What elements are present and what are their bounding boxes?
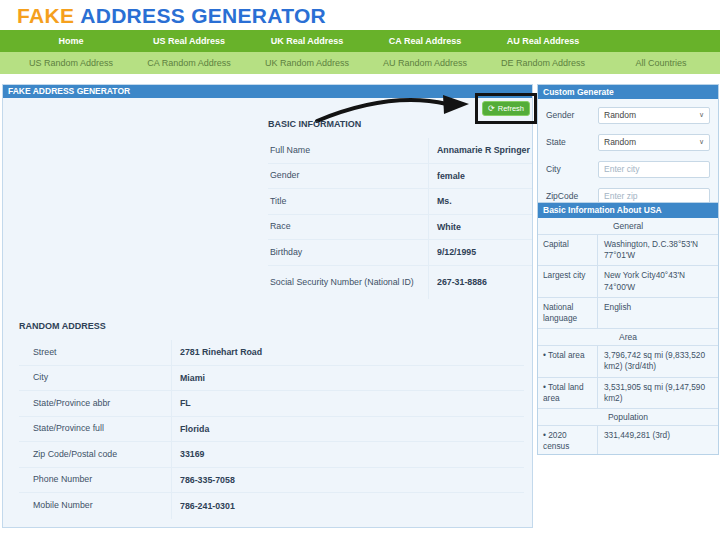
usa-label: Largest city [538,266,598,296]
refresh-icon: ⟳ [488,105,495,113]
nav-us-random-address[interactable]: US Random Address [12,52,130,74]
table-row: • Total area 3,796,742 sq mi (9,833,520 … [538,346,718,377]
gender-select-value: Random [604,110,636,120]
field-label: Zip Code/Postal code [19,449,171,460]
basic-information-heading: BASIC INFORMATION [268,119,532,129]
field-label: Full Name [268,145,428,156]
generator-panel: FAKE ADDRESS GENERATOR ⟳ Refresh BASIC I… [2,84,533,528]
usa-label: • Total land area [538,378,598,408]
nav-home[interactable]: Home [12,30,130,52]
primary-nav: Home US Real Address UK Real Address CA … [0,30,720,52]
nav-ca-random-address[interactable]: CA Random Address [130,52,248,74]
usa-label: • 2020 census [538,426,598,455]
field-value: FL [171,391,524,416]
gender-field-row: Gender Random ∨ [546,106,710,124]
table-row: Gender female [268,164,532,190]
nav-all-countries[interactable]: All Countries [602,52,720,74]
table-row: State/Province full Florida [19,417,524,443]
zipcode-label: ZipCode [546,191,598,201]
table-row: Social Security Number (National ID) 267… [268,266,532,299]
nav-us-real-address[interactable]: US Real Address [130,30,248,52]
table-row: Street 2781 Rinehart Road [19,340,524,366]
usa-value: Washington, D.C.38°53'N 77°01'W [598,235,718,265]
usa-label: Capital [538,235,598,265]
field-label: Title [268,196,428,207]
section-title: Area [619,332,637,342]
field-value: female [428,164,532,189]
field-label: Street [19,347,171,358]
field-value: 786-335-7058 [171,468,524,493]
city-input[interactable] [598,161,710,178]
usa-value: 331,449,281 (3rd) [598,426,718,455]
usa-info-panel: Basic Information About USA General Capi… [537,202,719,455]
usa-section-population: Population [538,409,718,426]
nav-au-random-address[interactable]: AU Random Address [366,52,484,74]
field-label: Race [268,221,428,232]
refresh-button-label: Refresh [498,104,524,113]
random-address-heading: RANDOM ADDRESS [19,321,524,331]
field-label: Phone Number [19,474,171,485]
field-label: Gender [268,170,428,181]
table-row: • 2020 census 331,449,281 (3rd) [538,426,718,455]
usa-label: National language [538,298,598,328]
field-label: City [19,372,171,383]
nav-uk-random-address[interactable]: UK Random Address [248,52,366,74]
state-select-value: Random [604,137,636,147]
table-row: Phone Number 786-335-7058 [19,468,524,494]
table-row: • Total land area 3,531,905 sq mi (9,147… [538,378,718,409]
field-value: 2781 Rinehart Road [171,340,524,365]
usa-section-area: Area [538,329,718,346]
field-label: State/Province full [19,423,171,434]
gender-select[interactable]: Random ∨ [598,107,710,124]
table-row: Zip Code/Postal code 33169 [19,442,524,468]
state-field-row: State Random ∨ [546,133,710,151]
field-label: Mobile Number [19,500,171,511]
nav-ca-real-address[interactable]: CA Real Address [366,30,484,52]
table-row: Full Name Annamarie R Springer [268,138,532,164]
usa-label: • Total area [538,346,598,376]
custom-generate-header: Custom Generate [538,85,718,99]
field-value: Ms. [428,189,532,214]
nav-uk-real-address[interactable]: UK Real Address [248,30,366,52]
usa-value: English [598,298,718,328]
table-row: Largest city New York City40°43'N 74°00'… [538,266,718,297]
field-value: 9/12/1995 [428,240,532,265]
field-label: Birthday [268,247,428,258]
table-row: Capital Washington, D.C.38°53'N 77°01'W [538,235,718,266]
table-row: City Miami [19,366,524,392]
section-title: Population [608,412,648,422]
field-value: White [428,215,532,240]
field-label: State/Province abbr [19,398,171,409]
secondary-nav: US Random Address CA Random Address UK R… [0,52,720,74]
state-label: State [546,137,598,147]
state-select[interactable]: Random ∨ [598,134,710,151]
field-value: 786-241-0301 [171,493,524,519]
field-value: 33169 [171,442,524,467]
usa-value: 3,796,742 sq mi (9,833,520 km2) (3rd/4th… [598,346,718,376]
site-title: FAKEADDRESS GENERATOR [17,4,326,28]
table-row: Birthday 9/12/1995 [268,240,532,266]
nav-au-real-address[interactable]: AU Real Address [484,30,602,52]
city-field-row: City [546,160,710,178]
table-row: Race White [268,215,532,241]
gender-label: Gender [546,110,598,120]
field-value: Annamarie R Springer [428,138,532,163]
basic-information-section: BASIC INFORMATION Full Name Annamarie R … [268,119,532,299]
site-title-rest: ADDRESS GENERATOR [80,4,326,27]
usa-value: 3,531,905 sq mi (9,147,590 km2) [598,378,718,408]
table-row: Title Ms. [268,189,532,215]
refresh-button[interactable]: ⟳ Refresh [482,101,530,116]
field-value: 267-31-8886 [428,266,532,299]
nav-de-random-address[interactable]: DE Random Address [484,52,602,74]
site-title-fake: FAKE [17,4,74,27]
section-title: General [613,221,643,231]
field-value: Miami [171,366,524,391]
chevron-down-icon: ∨ [699,111,704,119]
city-label: City [546,164,598,174]
usa-section-general: General [538,218,718,235]
random-address-section: RANDOM ADDRESS Street 2781 Rinehart Road… [19,321,524,519]
usa-value: New York City40°43'N 74°00'W [598,266,718,296]
table-row: Mobile Number 786-241-0301 [19,493,524,519]
chevron-down-icon: ∨ [699,138,704,146]
table-row: National language English [538,298,718,329]
